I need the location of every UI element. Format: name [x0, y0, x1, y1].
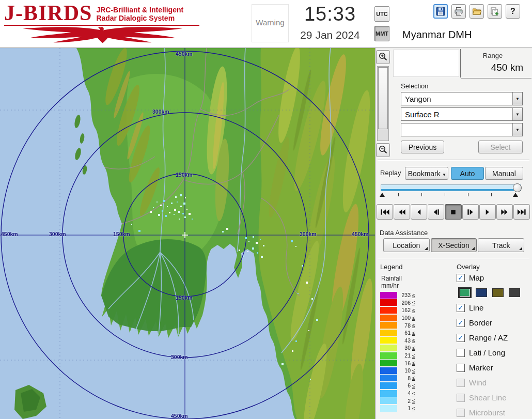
range-ring-label: 150km [113, 231, 130, 237]
data-assist-track-button[interactable]: Track [478, 238, 524, 252]
radar-echo [295, 246, 296, 247]
utc-button[interactable]: UTC [374, 6, 389, 22]
dropdown-arrow-icon[interactable]: ▼ [512, 123, 522, 136]
time-display: 15:33 [289, 2, 371, 26]
replay-slider-track[interactable] [381, 184, 521, 191]
playback-fast-forward-button[interactable] [496, 204, 513, 220]
bookmark-button[interactable]: Bookmark▾ [405, 167, 448, 180]
radar-echo [189, 213, 191, 215]
first-icon [381, 209, 389, 215]
range-ring-label: 300km [171, 354, 188, 360]
print-icon [454, 7, 463, 16]
status-box [393, 50, 459, 77]
playback-step-forward-button[interactable] [462, 204, 479, 220]
zoom-scrollbar-thumb[interactable] [378, 67, 388, 129]
replay-slider-knob[interactable] [513, 183, 522, 192]
legend-value: 16 [397, 360, 411, 366]
playback-play-reverse-button[interactable] [411, 204, 427, 220]
export-button[interactable] [488, 4, 502, 19]
playback-step-back-button[interactable] [428, 204, 444, 220]
logo-subtitle-1: JRC-Brilliant & Intelligent [96, 6, 183, 14]
map-color-swatch-3[interactable] [509, 288, 520, 297]
print-button[interactable] [451, 4, 466, 19]
range-underline [461, 78, 531, 79]
stop-icon [449, 209, 458, 215]
data-assist-x-section-button[interactable]: X-Section [431, 238, 477, 252]
previous-button[interactable]: Previous [401, 141, 444, 153]
radar-echo [163, 200, 165, 202]
range-ring-label: 150km [176, 172, 193, 178]
radar-echo [243, 256, 244, 257]
map-color-swatch-1[interactable] [476, 288, 487, 297]
legend-row: 78≤ [380, 321, 442, 329]
playback-last-button[interactable] [513, 204, 530, 220]
legend-color-swatch [380, 367, 397, 374]
radar-echo [247, 251, 248, 252]
playback-fast-rewind-button[interactable] [394, 204, 410, 220]
radar-echo [295, 340, 297, 342]
site-dropdown[interactable]: Yangon ▼ [401, 92, 523, 105]
help-button[interactable]: ? [506, 4, 520, 19]
open-folder-button[interactable] [470, 4, 484, 19]
zoom-in-button[interactable] [376, 50, 390, 64]
overlay-label: Marker [469, 363, 493, 372]
checkbox-line[interactable]: ✓ [457, 304, 465, 312]
select-button[interactable]: Select [478, 141, 523, 153]
overlay-label: Wind [469, 378, 487, 387]
extra-dropdown[interactable]: ▼ [401, 123, 523, 136]
legend-operator: ≤ [412, 368, 415, 374]
checkbox-microburst [457, 409, 465, 417]
radar-echo [150, 211, 152, 213]
radar-echo [175, 196, 177, 198]
radar-echo [306, 282, 308, 284]
radar-echo [186, 209, 187, 210]
playback-stop-button[interactable] [445, 204, 461, 220]
checkbox-lati-long[interactable] [457, 349, 465, 357]
playback-first-button[interactable] [377, 204, 393, 220]
legend-operator: ≤ [412, 307, 415, 313]
mmt-button[interactable]: MMT [374, 26, 389, 41]
eagle-logo-icon [4, 26, 199, 43]
auto-mode-button[interactable]: Auto [451, 167, 484, 180]
radar-echo [165, 215, 167, 217]
warning-indicator[interactable]: Warning [252, 4, 289, 42]
zoom-out-button[interactable] [376, 143, 390, 157]
radar-echo [260, 239, 261, 240]
overlay-label: Microburst [469, 408, 505, 417]
range-divider [460, 49, 461, 77]
radar-echo [178, 211, 180, 213]
dropdown-arrow-icon[interactable]: ▼ [512, 92, 522, 105]
range-ring-label: 450km [1, 231, 18, 237]
manual-mode-button[interactable]: Manual [485, 167, 523, 180]
checkbox-border[interactable]: ✓ [457, 319, 465, 327]
radar-echo [160, 205, 162, 206]
radar-echo [185, 197, 186, 198]
legend-value: 4 [397, 390, 411, 396]
map-color-swatch-2[interactable] [492, 288, 504, 297]
overlay-title: Overlay [457, 263, 480, 271]
legend-value: 8 [397, 375, 411, 381]
product-dropdown-value: Surface R [401, 110, 512, 119]
map-color-swatch-0[interactable] [459, 288, 471, 297]
legend-row: 21≤ [380, 352, 442, 360]
legend-row: 16≤ [380, 359, 442, 367]
checkbox-range-az[interactable]: ✓ [457, 334, 465, 342]
legend-unit-mmhr: mm/hr [381, 282, 399, 289]
dropdown-arrow-icon[interactable]: ▼ [512, 108, 522, 120]
zoom-scrollbar[interactable] [377, 66, 389, 141]
legend-unit-rainfall: Rainfall [381, 275, 402, 282]
save-button[interactable] [433, 4, 448, 19]
product-dropdown[interactable]: Surface R ▼ [401, 107, 523, 121]
legend-color-swatch [380, 352, 397, 359]
radar-map[interactable]: 450km300km150km150km300km450km450km300km… [0, 48, 375, 419]
data-assist-location-button[interactable]: Location [383, 238, 430, 252]
checkbox-map[interactable]: ✓ [457, 274, 465, 282]
legend-operator: ≤ [412, 300, 415, 305]
legend-row: 2≤ [380, 397, 442, 405]
legend-row: 233≤ [380, 291, 442, 299]
checkbox-marker[interactable] [457, 364, 465, 372]
playback-play-button[interactable] [479, 204, 496, 220]
fast-rewind-icon [398, 209, 406, 215]
radar-echo [138, 230, 140, 232]
legend-color-swatch [380, 360, 397, 366]
